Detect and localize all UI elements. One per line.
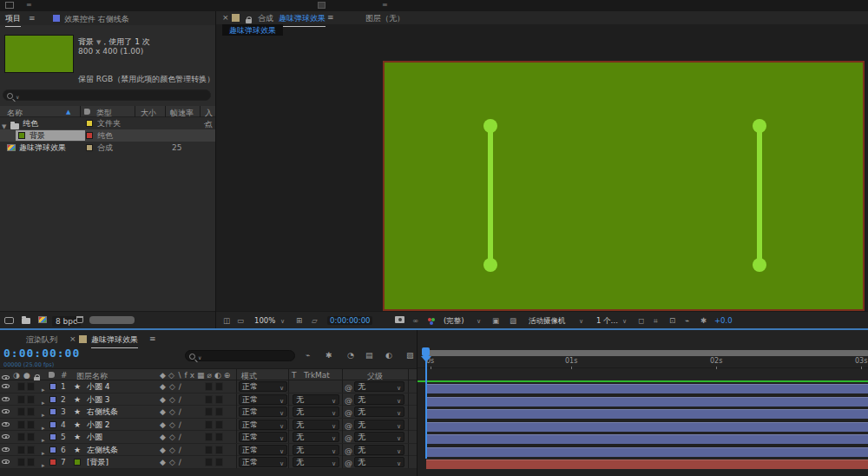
- layer-switch-cell-a[interactable]: [205, 382, 213, 391]
- layer-mode-dropdown[interactable]: 正常∨: [239, 381, 287, 392]
- project-item-row[interactable]: 趣味弹球效果合成25: [0, 142, 215, 154]
- layer-duration-bar[interactable]: [426, 397, 868, 407]
- layer-visibility-eye-icon[interactable]: [2, 422, 10, 426]
- snapshot-camera-icon[interactable]: [395, 316, 404, 323]
- label-color-swatch[interactable]: [86, 120, 93, 127]
- layer-parent-dropdown[interactable]: 无∨: [354, 445, 404, 455]
- layer-audio-cell[interactable]: [17, 433, 25, 441]
- layer-label-swatch[interactable]: [49, 396, 56, 403]
- lock-icon[interactable]: [246, 19, 252, 23]
- mask-visibility-icon[interactable]: ▱: [312, 316, 318, 325]
- gear-icon[interactable]: ✱: [700, 316, 707, 325]
- layer-mode-dropdown[interactable]: 正常∨: [239, 407, 287, 417]
- layer-trkmat-dropdown[interactable]: 无∨: [293, 420, 339, 430]
- pickwhip-icon[interactable]: @: [345, 381, 352, 393]
- layer-mode-dropdown[interactable]: 正常∨: [239, 420, 287, 430]
- layer-mode-dropdown[interactable]: 正常∨: [239, 432, 287, 442]
- view-layout-caret-icon[interactable]: ∨: [622, 318, 627, 325]
- switches-column-icons[interactable]: ◆◇∖fx▦⌀◐⊕: [160, 371, 233, 380]
- new-folder-icon[interactable]: [22, 318, 30, 324]
- layer-switch-cell-b[interactable]: [215, 382, 223, 391]
- label-column-icon-2[interactable]: [49, 372, 55, 378]
- layer-solo-cell[interactable]: [27, 395, 35, 404]
- layer-label-swatch[interactable]: [49, 383, 56, 390]
- magnification-value[interactable]: 100%: [254, 316, 275, 325]
- frame-blend-icon[interactable]: ▤: [365, 351, 373, 360]
- layer-switch-cell-b[interactable]: [215, 420, 223, 429]
- time-ruler[interactable]: 0s01s02s03s: [418, 356, 868, 368]
- current-timecode[interactable]: 0:00:00:00: [3, 347, 80, 360]
- layer-row[interactable]: ▸5★小圆◆◇∕正常∨无∨@无∨: [0, 431, 417, 444]
- layer-name[interactable]: 小圆: [87, 431, 102, 443]
- layer-duration-bar[interactable]: [426, 409, 868, 419]
- solo-column-icon[interactable]: ●: [23, 371, 30, 380]
- layer-switch-cell-b[interactable]: [215, 395, 223, 404]
- layer-visibility-eye-icon[interactable]: [2, 459, 10, 464]
- layer-switch-cell-a[interactable]: [205, 420, 213, 429]
- layer-solo-cell[interactable]: [27, 420, 35, 429]
- pickwhip-icon[interactable]: @: [345, 394, 352, 407]
- tab-timeline-comp[interactable]: 趣味弹球效果: [91, 334, 138, 348]
- layer-label-swatch[interactable]: [49, 408, 56, 415]
- layer-parent-dropdown[interactable]: 无∨: [354, 407, 404, 417]
- project-item-row[interactable]: 背景纯色: [0, 129, 215, 142]
- layer-audio-cell[interactable]: [17, 382, 25, 391]
- layer-parent-dropdown[interactable]: 无∨: [354, 420, 404, 430]
- channel-rgb-icon[interactable]: [428, 318, 431, 321]
- flowchart-icon[interactable]: ⌗: [654, 316, 658, 326]
- eye-column-icon[interactable]: [2, 375, 10, 380]
- layer-parent-dropdown[interactable]: 无∨: [354, 381, 404, 392]
- work-area-bar[interactable]: [424, 350, 868, 356]
- layer-trkmat-dropdown[interactable]: 无∨: [293, 407, 339, 417]
- layer-visibility-eye-icon[interactable]: [2, 447, 10, 452]
- layer-visibility-eye-icon[interactable]: [2, 434, 10, 439]
- layer-switches[interactable]: ◆◇∕: [160, 456, 185, 468]
- layer-switch-cell-b[interactable]: [215, 433, 223, 441]
- layer-row[interactable]: ▸4★小圆 2◆◇∕正常∨无∨@无∨: [0, 419, 417, 432]
- layer-switches[interactable]: ◆◇∕: [160, 380, 185, 393]
- tab-render-queue[interactable]: 渲染队列: [26, 334, 57, 346]
- close-tab-icon[interactable]: ×: [222, 13, 229, 22]
- layer-name[interactable]: [背景]: [87, 456, 108, 468]
- snapshot-icon[interactable]: ◫: [223, 316, 230, 325]
- layer-duration-bar[interactable]: [426, 384, 868, 393]
- project-search-input[interactable]: ∨: [3, 89, 211, 101]
- layer-solo-cell[interactable]: [27, 407, 35, 416]
- layer-name[interactable]: 右侧线条: [87, 406, 118, 418]
- layer-audio-cell[interactable]: [17, 420, 25, 429]
- draft3d-icon[interactable]: ✱: [326, 351, 332, 360]
- shy-layers-icon[interactable]: ◔: [347, 351, 354, 360]
- layer-switch-cell-a[interactable]: [205, 458, 213, 466]
- label-color-swatch[interactable]: [86, 144, 93, 151]
- layer-parent-dropdown[interactable]: 无∨: [354, 432, 404, 442]
- layer-solo-cell[interactable]: [27, 433, 35, 441]
- exposure-value[interactable]: +0.0: [714, 316, 733, 325]
- layer-row[interactable]: ▸2★小圆 3◆◇∕正常∨无∨@无∨: [0, 393, 417, 407]
- layer-solo-cell[interactable]: [27, 382, 35, 391]
- layer-switch-cell-a[interactable]: [205, 433, 213, 441]
- viewer-timecode[interactable]: 0:00:00:00: [327, 316, 372, 325]
- layer-switch-cell-a[interactable]: [205, 407, 213, 416]
- layer-audio-cell[interactable]: [17, 446, 25, 454]
- layer-row[interactable]: ▸3★右侧线条◆◇∕正常∨无∨@无∨: [0, 406, 417, 419]
- camera-view-value[interactable]: 活动摄像机: [529, 316, 566, 327]
- layer-switch-cell-a[interactable]: [205, 446, 213, 454]
- view-layout-value[interactable]: 1 个…: [596, 316, 618, 327]
- layer-parent-dropdown[interactable]: 无∨: [354, 457, 404, 467]
- project-item-row[interactable]: ▼纯色⁘文件夹: [0, 117, 215, 129]
- mini-flowchart-icon[interactable]: ⌁: [306, 351, 310, 360]
- layer-switches[interactable]: ◆◇∕: [160, 431, 185, 443]
- layer-label-swatch[interactable]: [49, 433, 56, 440]
- layer-parent-dropdown[interactable]: 无∨: [354, 394, 404, 405]
- item-name-selected[interactable]: 背景: [16, 130, 85, 141]
- timeline-flow-icon[interactable]: ⌁: [685, 316, 689, 325]
- layer-audio-cell[interactable]: [17, 395, 25, 404]
- column-t[interactable]: T: [292, 371, 297, 380]
- transparency-grid-icon[interactable]: ▨: [510, 316, 516, 325]
- delete-item-icon[interactable]: [76, 316, 83, 323]
- layer-solo-cell[interactable]: [27, 458, 35, 466]
- timeline-menu-icon[interactable]: ≡: [149, 334, 156, 343]
- layer-visibility-eye-icon[interactable]: [2, 397, 10, 401]
- layer-trkmat-dropdown[interactable]: 无∨: [293, 457, 339, 467]
- panel-menu-icon[interactable]: ≡: [26, 1, 32, 9]
